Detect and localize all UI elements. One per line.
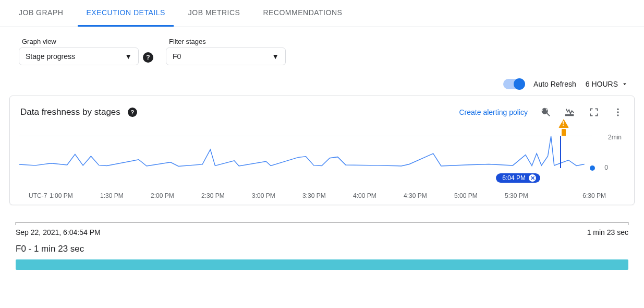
warning-bar-icon <box>562 129 566 136</box>
x-tick: 5:00 PM <box>454 192 478 199</box>
x-tick: 1:00 PM <box>50 192 73 199</box>
tabs-bar: JOB GRAPH EXECUTION DETAILS JOB METRICS … <box>0 0 644 27</box>
x-tick: 2:00 PM <box>151 192 174 199</box>
time-range-value: 6 HOURS <box>586 80 618 88</box>
chart-toolbar: Auto Refresh 6 HOURS <box>0 76 644 96</box>
auto-refresh-toggle[interactable] <box>503 79 524 89</box>
chevron-down-icon <box>621 80 628 88</box>
tab-job-metrics[interactable]: JOB METRICS <box>180 0 249 27</box>
stage-label: F0 - 1 min 23 sec <box>16 244 628 254</box>
x-tick: 1:30 PM <box>100 192 124 199</box>
x-tick: 4:00 PM <box>353 192 376 199</box>
stage-progress-section: Sep 22, 2021, 6:04:54 PM 1 min 23 sec F0… <box>0 212 644 279</box>
warning-annotation[interactable] <box>558 119 569 136</box>
y-axis-max: 2min <box>608 134 622 141</box>
reset-zoom-icon[interactable] <box>540 106 552 118</box>
fullscreen-icon[interactable] <box>588 106 600 118</box>
svg-point-2 <box>617 114 618 116</box>
help-icon[interactable]: ? <box>143 52 153 63</box>
help-icon[interactable]: ? <box>128 108 137 117</box>
tab-recommendations[interactable]: RECOMMENDATIONS <box>254 0 350 27</box>
svg-point-1 <box>617 111 618 113</box>
auto-refresh-label: Auto Refresh <box>533 80 576 88</box>
filter-stages-group: Filter stages F0 ▼ <box>166 38 286 65</box>
y-axis-min: 0 <box>604 164 608 171</box>
graph-view-group: Graph view Stage progress ▼ ? <box>19 38 153 65</box>
card-title: Data freshness by stages <box>20 107 120 117</box>
time-marker-line <box>560 136 561 168</box>
x-tick: 3:30 PM <box>302 192 326 199</box>
graph-view-label: Graph view <box>19 38 139 45</box>
tab-job-graph[interactable]: JOB GRAPH <box>10 0 71 27</box>
svg-point-0 <box>617 109 618 110</box>
caret-down-icon: ▼ <box>125 52 132 61</box>
x-tick: 2:30 PM <box>201 192 225 199</box>
filter-stages-select[interactable]: F0 ▼ <box>166 48 286 65</box>
stage-progress-bar[interactable] <box>16 259 628 270</box>
create-alerting-policy-link[interactable]: Create alerting policy <box>459 108 528 116</box>
legend-icon[interactable] <box>564 106 576 118</box>
x-tick: 4:30 PM <box>404 192 427 199</box>
filter-stages-value: F0 <box>173 52 181 61</box>
time-ruler <box>16 222 628 225</box>
x-tick: 3:00 PM <box>252 192 275 199</box>
timezone-label: UTC-7 <box>29 192 50 199</box>
controls-row: Graph view Stage progress ▼ ? Filter sta… <box>0 27 644 76</box>
graph-view-select[interactable]: Stage progress ▼ <box>19 48 139 65</box>
filter-stages-label: Filter stages <box>166 38 286 45</box>
card-header: Data freshness by stages ? Create alerti… <box>10 104 634 122</box>
ruler-duration: 1 min 23 sec <box>587 228 628 236</box>
time-range-select[interactable]: 6 HOURS <box>586 80 628 88</box>
x-tick: 6:30 PM <box>582 192 606 199</box>
graph-view-value: Stage progress <box>26 52 75 61</box>
toggle-knob <box>514 78 525 90</box>
series-end-dot <box>590 165 595 171</box>
ruler-timestamp: Sep 22, 2021, 6:04:54 PM <box>16 228 101 236</box>
tab-execution-details[interactable]: EXECUTION DETAILS <box>78 0 173 27</box>
more-icon[interactable] <box>612 106 624 118</box>
chart-area[interactable]: 2min 0 6:04 PM ✕ <box>10 127 634 180</box>
x-tick: 5:30 PM <box>505 192 528 199</box>
warning-icon <box>558 119 569 128</box>
chart-plot: 6:04 PM ✕ <box>19 136 592 168</box>
caret-down-icon: ▼ <box>272 52 279 61</box>
freshness-card: Data freshness by stages ? Create alerti… <box>9 96 635 205</box>
x-axis: UTC-7 1:00 PM1:30 PM2:00 PM2:30 PM3:00 P… <box>19 179 643 204</box>
